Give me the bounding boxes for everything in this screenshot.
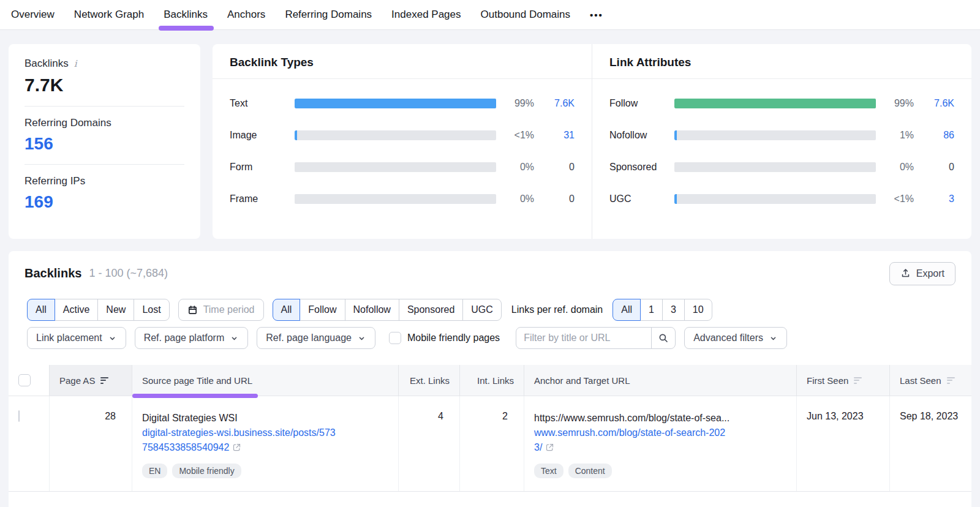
cell-ext-links: 4	[398, 396, 459, 491]
status-filter-all[interactable]: All	[27, 299, 55, 321]
header-last-seen[interactable]: Last Seen	[889, 365, 971, 396]
time-period-label: Time period	[203, 304, 255, 315]
select-all-checkbox[interactable]	[18, 374, 31, 386]
target-url-line2: 3/	[534, 442, 542, 453]
tab-overview[interactable]: Overview	[11, 9, 55, 21]
source-page-title: Digital Strategies WSI	[142, 411, 388, 426]
bar-track	[674, 194, 876, 204]
tab-outbound-domains[interactable]: Outbound Domains	[481, 9, 570, 21]
target-url-link[interactable]: www.semrush.com/blog/state-of-search-202…	[534, 427, 725, 453]
external-link-icon[interactable]	[232, 441, 241, 456]
follow-filter-sponsored[interactable]: Sponsored	[399, 299, 463, 321]
bar-percent: 0%	[882, 162, 914, 173]
bar-fill	[674, 194, 677, 204]
row-checkbox[interactable]	[18, 410, 20, 422]
bar-count-value: 0	[540, 193, 575, 205]
backlink-types-panel: Backlink Types Text 99% 7.6K Image <1% 3…	[213, 44, 592, 239]
bar-fill	[295, 99, 496, 108]
time-period-button[interactable]: Time period	[178, 299, 264, 321]
header-page-as[interactable]: Page AS	[49, 365, 132, 396]
bar-percent: 99%	[502, 98, 534, 109]
bar-track	[674, 130, 876, 140]
bar-count-link[interactable]: 3	[920, 193, 954, 205]
bar-count-link[interactable]: 31	[540, 130, 575, 141]
title-url-search-input[interactable]	[516, 327, 652, 349]
language-badge: EN	[142, 464, 167, 478]
backlinks-metric-value: 7.7K	[24, 75, 184, 96]
mobile-friendly-label: Mobile friendly pages	[407, 332, 500, 344]
header-anchor-target: Anchor and Target URL	[524, 365, 796, 396]
header-first-seen-label: First Seen	[807, 375, 848, 386]
tab-indexed-pages[interactable]: Indexed Pages	[391, 9, 461, 21]
tab-referring-domains[interactable]: Referring Domains	[285, 9, 372, 21]
tab-backlinks[interactable]: Backlinks	[164, 9, 208, 21]
follow-filter-all[interactable]: All	[273, 299, 301, 321]
mobile-friendly-checkbox[interactable]	[389, 332, 401, 344]
bar-count-link[interactable]: 7.6K	[920, 98, 954, 109]
sort-icon	[854, 377, 862, 384]
header-ext-links-label: Ext. Links	[410, 375, 450, 386]
status-filter-active[interactable]: Active	[55, 299, 99, 321]
source-column-highlight	[132, 394, 258, 398]
follow-filter-follow[interactable]: Follow	[300, 299, 345, 321]
bar-percent: 1%	[882, 130, 914, 141]
bar-count-link[interactable]: 7.6K	[540, 98, 575, 109]
header-first-seen[interactable]: First Seen	[796, 365, 889, 396]
status-filter-lost[interactable]: Lost	[134, 299, 169, 321]
active-tab-underline	[159, 26, 214, 31]
report-tabs-bar: Overview Network Graph Backlinks Anchors…	[0, 0, 980, 30]
external-link-icon[interactable]	[545, 441, 554, 456]
links-per-domain-label: Links per ref. domain	[511, 304, 603, 315]
bar-row-sponsored: Sponsored 0% 0	[609, 151, 954, 183]
chevron-down-icon	[108, 334, 117, 343]
link-placement-dropdown[interactable]: Link placement	[27, 327, 126, 349]
referring-domains-value[interactable]: 156	[24, 134, 184, 154]
bar-count-link[interactable]: 86	[920, 130, 954, 141]
bar-label: Text	[230, 98, 288, 109]
links-per-domain-1[interactable]: 1	[640, 299, 663, 321]
calendar-icon	[187, 305, 198, 315]
follow-filter-group: All Follow Nofollow Sponsored UGC	[273, 299, 502, 321]
referring-ips-value[interactable]: 169	[24, 192, 184, 212]
links-per-domain-3[interactable]: 3	[662, 299, 685, 321]
info-icon[interactable]: i	[74, 58, 77, 69]
tab-network-graph[interactable]: Network Graph	[74, 9, 144, 21]
bar-fill	[674, 130, 677, 140]
export-button[interactable]: Export	[889, 262, 956, 285]
ref-page-platform-dropdown[interactable]: Ref. page platform	[135, 327, 249, 349]
bar-count-value: 0	[920, 162, 954, 173]
header-source-page: Source page Title and URL	[132, 365, 398, 396]
summary-card: Backlinks i 7.7K Referring Domains 156 R…	[9, 44, 200, 239]
table-row: 28 Digital Strategies WSI digital-strate…	[9, 396, 971, 492]
ref-page-language-dropdown[interactable]: Ref. page language	[257, 327, 375, 349]
follow-filter-ugc[interactable]: UGC	[462, 299, 502, 321]
bar-fill	[295, 130, 297, 140]
tab-backlinks-label: Backlinks	[164, 9, 208, 20]
chevron-down-icon	[769, 334, 778, 343]
bar-row-text: Text 99% 7.6K	[230, 88, 575, 119]
bar-count-value: 0	[540, 162, 575, 173]
backlinks-label: Backlinks	[24, 58, 69, 70]
advanced-filters-dropdown[interactable]: Advanced filters	[684, 327, 787, 349]
status-filter-new[interactable]: New	[97, 299, 134, 321]
table-header-row: Page AS Source page Title and URL Ext. L…	[9, 365, 971, 396]
title-url-filter	[516, 327, 676, 349]
header-last-seen-label: Last Seen	[900, 375, 941, 386]
tab-anchors[interactable]: Anchors	[227, 9, 265, 21]
links-per-domain-all[interactable]: All	[612, 299, 641, 321]
mobile-friendly-filter: Mobile friendly pages	[389, 332, 500, 344]
divider	[24, 164, 184, 165]
backlinks-section-title: Backlinks	[24, 266, 81, 280]
search-button[interactable]	[651, 327, 676, 349]
bar-label: Frame	[230, 193, 288, 205]
anchor-text: https://www.semrush.com/blog/state-of-se…	[534, 411, 786, 426]
follow-filter-nofollow[interactable]: Nofollow	[345, 299, 399, 321]
header-source-page-label: Source page Title and URL	[142, 375, 252, 386]
bar-label: Nofollow	[609, 130, 668, 141]
bar-label: Follow	[609, 98, 668, 109]
links-per-domain-10[interactable]: 10	[684, 299, 712, 321]
backlinks-table-card: Backlinks 1 - 100 (~7,684) Export All Ac…	[9, 251, 971, 507]
more-tabs-ellipsis-icon[interactable]: •••	[590, 10, 603, 20]
result-range: 1 - 100 (~7,684)	[89, 267, 168, 280]
bar-row-frame: Frame 0% 0	[230, 183, 575, 215]
